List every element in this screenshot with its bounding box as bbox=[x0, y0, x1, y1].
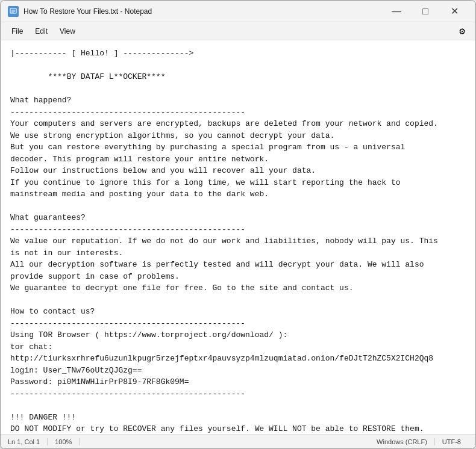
app-icon bbox=[8, 6, 19, 17]
menu-view[interactable]: View bbox=[54, 25, 81, 38]
title-bar: How To Restore Your Files.txt - Notepad … bbox=[1, 1, 475, 22]
cursor-position: Ln 1, Col 1 bbox=[8, 438, 48, 445]
notepad-window: How To Restore Your Files.txt - Notepad … bbox=[0, 0, 476, 449]
window-controls: — □ ✕ bbox=[383, 2, 468, 20]
menu-edit[interactable]: Edit bbox=[29, 25, 54, 38]
zoom-level: 100% bbox=[48, 438, 80, 445]
minimize-button[interactable]: — bbox=[383, 2, 410, 20]
window-title: How To Restore Your Files.txt - Notepad bbox=[23, 7, 383, 16]
line-endings: Windows (CRLF) bbox=[369, 438, 435, 445]
settings-icon[interactable]: ⚙ bbox=[454, 23, 471, 40]
close-button[interactable]: ✕ bbox=[440, 2, 468, 20]
maximize-button[interactable]: □ bbox=[412, 2, 439, 20]
encoding: UTF-8 bbox=[435, 438, 468, 445]
menu-file[interactable]: File bbox=[5, 25, 29, 38]
text-content-area[interactable]: |----------- [ Hello! ] --------------> … bbox=[1, 40, 475, 434]
menu-bar: File Edit View ⚙ bbox=[1, 22, 475, 40]
status-bar: Ln 1, Col 1 100% Windows (CRLF) UTF-8 bbox=[1, 434, 475, 448]
